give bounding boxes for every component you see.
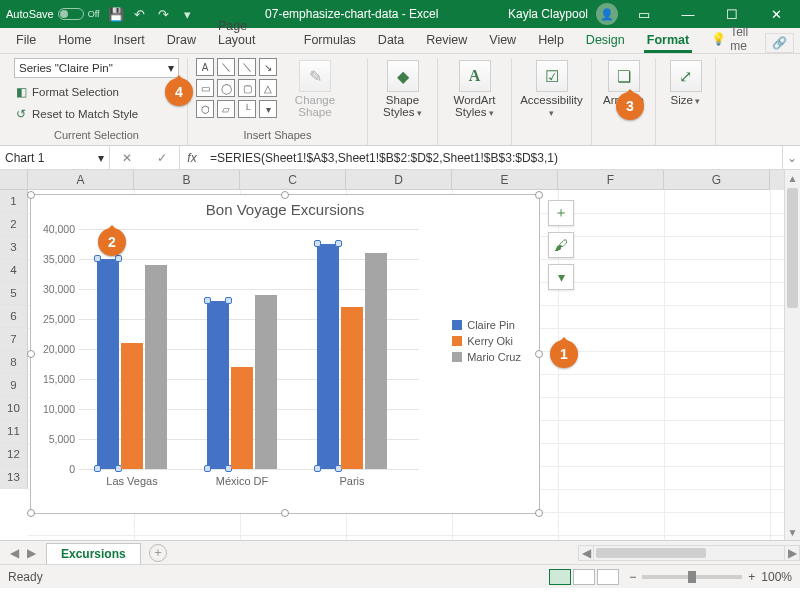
name-box[interactable]: Chart 1 ▾	[0, 146, 110, 169]
row-header[interactable]: 5	[0, 282, 28, 305]
bar-series-2[interactable]	[365, 253, 387, 469]
zoom-out-icon[interactable]: −	[629, 570, 636, 584]
tab-help[interactable]: Help	[528, 28, 574, 53]
autosave-toggle[interactable]: AutoSave Off	[6, 8, 100, 20]
shape-oval-icon[interactable]: ◯	[217, 79, 235, 97]
row-header[interactable]: 11	[0, 420, 28, 443]
tell-me-search[interactable]: 💡 Tell me	[711, 25, 763, 53]
col-header[interactable]: B	[134, 170, 240, 190]
col-header[interactable]: F	[558, 170, 664, 190]
chart-handle[interactable]	[27, 509, 35, 517]
undo-icon[interactable]: ↶	[132, 6, 148, 22]
chart-elements-button[interactable]: ＋	[548, 200, 574, 226]
row-header[interactable]: 6	[0, 305, 28, 328]
row-header[interactable]: 10	[0, 397, 28, 420]
shape-line2-icon[interactable]: ＼	[238, 58, 256, 76]
row-header[interactable]: 12	[0, 443, 28, 466]
col-header[interactable]: G	[664, 170, 770, 190]
chart-handle[interactable]	[27, 191, 35, 199]
bar-series-0[interactable]	[207, 301, 229, 469]
tab-view[interactable]: View	[479, 28, 526, 53]
zoom-in-icon[interactable]: +	[748, 570, 755, 584]
legend-entry[interactable]: Kerry Oki	[452, 335, 521, 347]
hscroll-right-icon[interactable]: ▶	[784, 545, 800, 561]
shape-line-icon[interactable]: ＼	[217, 58, 235, 76]
shape-lconn-icon[interactable]: └	[238, 100, 256, 118]
column-headers[interactable]: ABCDEFG	[28, 170, 784, 190]
chart-handle[interactable]	[281, 191, 289, 199]
hscroll-left-icon[interactable]: ◀	[578, 545, 594, 561]
view-page-break-button[interactable]	[597, 569, 619, 585]
worksheet-area[interactable]: ABCDEFG 12345678910111213 Bon Voyage Exc…	[0, 170, 800, 540]
view-normal-button[interactable]	[549, 569, 571, 585]
shape-hex-icon[interactable]: ⬡	[196, 100, 214, 118]
minimize-icon[interactable]: —	[670, 0, 706, 28]
row-header[interactable]: 13	[0, 466, 28, 489]
cancel-formula-icon[interactable]: ✕	[122, 151, 132, 165]
bar-series-0[interactable]	[317, 244, 339, 469]
zoom-knob[interactable]	[688, 571, 696, 583]
scroll-down-icon[interactable]: ▼	[785, 524, 800, 540]
shape-arrow-icon[interactable]: ↘	[259, 58, 277, 76]
chart-legend[interactable]: Claire PinKerry OkiMario Cruz	[452, 315, 521, 367]
legend-entry[interactable]: Claire Pin	[452, 319, 521, 331]
row-header[interactable]: 4	[0, 259, 28, 282]
legend-entry[interactable]: Mario Cruz	[452, 351, 521, 363]
user-avatar-icon[interactable]: 👤	[596, 3, 618, 25]
chart-handle[interactable]	[281, 509, 289, 517]
zoom-track[interactable]	[642, 575, 742, 579]
vertical-scrollbar[interactable]: ▲ ▼	[784, 170, 800, 540]
shape-textbox-icon[interactable]: A	[196, 58, 214, 76]
hscroll-track[interactable]	[594, 545, 784, 561]
tab-data[interactable]: Data	[368, 28, 414, 53]
bar-series-2[interactable]	[145, 265, 167, 469]
tab-home[interactable]: Home	[48, 28, 101, 53]
chart-element-dropdown[interactable]: Series "Claire Pin" ▾	[14, 58, 179, 78]
tab-page-layout[interactable]: Page Layout	[208, 14, 292, 53]
row-header[interactable]: 1	[0, 190, 28, 213]
scroll-thumb[interactable]	[787, 188, 798, 308]
shape-roundrect-icon[interactable]: ▢	[238, 79, 256, 97]
chart-styles-button[interactable]: 🖌	[548, 232, 574, 258]
fx-label[interactable]: fx	[180, 146, 204, 169]
formula-input[interactable]: =SERIES(Sheet1!$A$3,Sheet1!$B$2:$D$2,She…	[204, 146, 782, 169]
row-header[interactable]: 8	[0, 351, 28, 374]
ribbon-options-icon[interactable]: ▭	[626, 0, 662, 28]
row-headers[interactable]: 12345678910111213	[0, 190, 28, 489]
chart-handle[interactable]	[27, 350, 35, 358]
chart-plot-area[interactable]: 05,00010,00015,00020,00025,00030,00035,0…	[79, 229, 419, 469]
scroll-up-icon[interactable]: ▲	[785, 170, 800, 186]
sheet-nav-next-icon[interactable]: ▶	[27, 546, 36, 560]
tab-review[interactable]: Review	[416, 28, 477, 53]
tab-draw[interactable]: Draw	[157, 28, 206, 53]
zoom-slider[interactable]: − + 100%	[629, 570, 792, 584]
qat-customize-icon[interactable]: ▾	[180, 6, 196, 22]
expand-formula-bar-icon[interactable]: ⌄	[782, 146, 800, 169]
bar-series-1[interactable]	[121, 343, 143, 469]
maximize-icon[interactable]: ☐	[714, 0, 750, 28]
row-header[interactable]: 3	[0, 236, 28, 259]
accessibility-button[interactable]: ☑ Accessibility	[520, 58, 583, 118]
hscroll-thumb[interactable]	[596, 548, 706, 558]
col-header[interactable]: C	[240, 170, 346, 190]
row-header[interactable]: 2	[0, 213, 28, 236]
shapes-gallery[interactable]: A ＼ ＼ ↘ ▭ ◯ ▢ △ ⬡ ▱ └ ▾	[196, 58, 277, 118]
chart-handle[interactable]	[535, 191, 543, 199]
select-all-corner[interactable]	[0, 170, 28, 190]
tab-insert[interactable]: Insert	[104, 28, 155, 53]
wordart-styles-button[interactable]: A WordArt Styles	[446, 58, 503, 118]
chart-handle[interactable]	[535, 350, 543, 358]
row-header[interactable]: 7	[0, 328, 28, 351]
shapes-more-icon[interactable]: ▾	[259, 100, 277, 118]
tab-design[interactable]: Design	[576, 28, 635, 53]
shape-rect-icon[interactable]: ▭	[196, 79, 214, 97]
tab-file[interactable]: File	[6, 28, 46, 53]
reset-to-match-style-button[interactable]: ↺ Reset to Match Style	[14, 106, 179, 122]
col-header[interactable]: E	[452, 170, 558, 190]
sheet-nav-prev-icon[interactable]: ◀	[10, 546, 19, 560]
bar-series-0[interactable]	[97, 259, 119, 469]
horizontal-scrollbar[interactable]: ◀ ▶	[578, 545, 800, 561]
tab-format[interactable]: Format	[637, 28, 699, 53]
row-header[interactable]: 9	[0, 374, 28, 397]
size-button[interactable]: ⤢ Size	[664, 58, 707, 106]
